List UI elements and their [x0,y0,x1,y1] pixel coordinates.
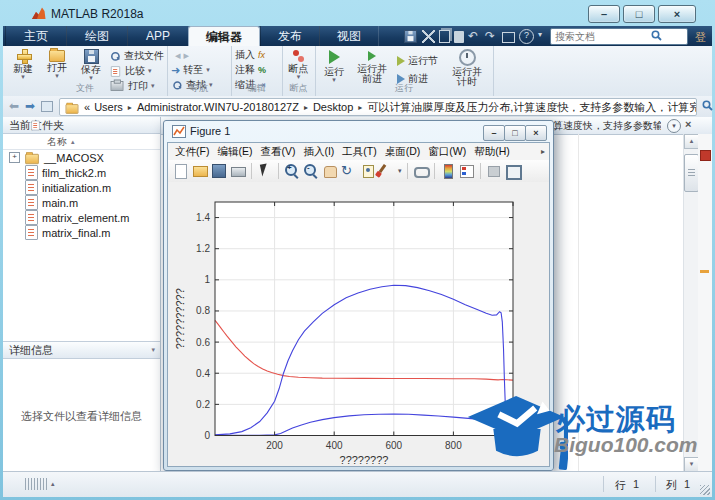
new-window-icon[interactable] [502,32,515,43]
goto-button[interactable]: ➜ 转至▾ [171,63,210,77]
file-row[interactable]: film_thick2.m [3,165,160,180]
new-figure-icon[interactable] [173,163,189,179]
breadcrumb-segment[interactable]: 可以计算油膜厚度及压力分布,计算速度快，支持多参数输入，计算完成后自动画出分布图 [367,100,697,115]
insert-colorbar-icon[interactable] [440,163,456,179]
menu-help[interactable]: 帮助(H) [474,145,510,159]
insert-legend-icon[interactable] [459,163,475,179]
save-icon[interactable] [404,30,417,43]
title-bar[interactable]: MATLAB R2018a – □ × [3,2,712,26]
search-icon[interactable] [651,30,662,41]
tab-publish[interactable]: 发布 [260,26,320,46]
cut-icon[interactable] [422,30,435,43]
open-file-icon[interactable] [192,163,208,179]
figure-minimize-button[interactable]: – [483,125,505,141]
breadcrumb[interactable]: « Users ▸ Administrator.WIN7U-20180127Z … [59,98,697,116]
compare-button[interactable]: 比较▾ [109,64,152,78]
figure-close-button[interactable]: × [525,125,547,141]
save-button[interactable]: 保存▾ [75,48,107,81]
tab-close-icon[interactable]: × [685,118,691,130]
show-plot-tools-icon[interactable] [505,163,521,179]
copy-icon[interactable] [439,30,450,43]
menu-desktop[interactable]: 桌面(D) [385,145,421,159]
undo-icon[interactable]: ↶ [468,30,481,43]
brush-icon[interactable] [379,163,395,179]
file-row[interactable]: matrix_element.m [3,210,160,225]
comment-button[interactable]: 注释 % [235,63,266,77]
forward-icon[interactable]: ➡ [25,99,35,113]
tab-plots[interactable]: 绘图 [66,26,128,46]
tab-view[interactable]: 视图 [319,26,379,46]
scrollbar-thumb[interactable] [684,154,699,192]
qat-dropdown-icon[interactable]: ▾ [538,30,546,43]
run-section-button[interactable]: 运行节 [397,54,438,68]
forward-icon[interactable]: ▸ [184,49,190,62]
tab-editor[interactable]: 编辑器 [188,26,260,47]
menu-tools[interactable]: 工具(T) [342,145,376,159]
breadcrumb-segment[interactable]: Desktop [313,101,353,113]
insert-button[interactable]: 插入 fx [235,48,265,62]
brush-caret-icon[interactable]: ▾ [398,167,402,175]
matlab-logo-icon [31,6,47,22]
details-header[interactable]: 详细信息 ▾ [3,341,160,359]
breadcrumb-segment[interactable]: Administrator.WIN7U-20180127Z [137,101,299,113]
run-advance-button[interactable]: 运行并前进 [352,48,392,84]
error-indicator[interactable] [700,150,711,161]
hide-plot-tools-icon[interactable] [486,163,502,179]
tab-home[interactable]: 主页 [5,26,67,46]
menu-file[interactable]: 文件(F) [175,145,209,159]
rotate-3d-icon[interactable]: ↻ [341,163,357,179]
pan-hand-icon[interactable] [322,163,338,179]
open-button[interactable]: 打开▾ [41,48,73,79]
collapse-icon[interactable]: ▾ [151,342,155,358]
find-files-button[interactable]: 查找文件 [109,49,164,63]
resize-grip-icon[interactable] [700,485,710,495]
editor-scrollbar[interactable]: ▴ ▾ [683,134,698,472]
folder-search-icon[interactable] [702,100,713,111]
print-figure-icon[interactable] [230,163,246,179]
menu-view[interactable]: 查看(V) [260,145,295,159]
address-dropdown-icon[interactable]: ▾ [691,102,695,111]
warning-marker[interactable] [700,270,709,273]
save-figure-icon[interactable] [211,163,227,179]
zoom-out-icon[interactable]: - [303,163,319,179]
tab-actions-icon[interactable]: ▾ [667,119,681,133]
menu-insert[interactable]: 插入(I) [303,145,334,159]
file-row-folder[interactable]: + __MACOSX [3,150,160,165]
menu-edit[interactable]: 编辑(E) [217,145,252,159]
name-column-header[interactable]: 名称 ▴ [3,134,160,150]
breakpoints-button[interactable]: 断点▾ [282,48,315,80]
close-button[interactable]: × [658,5,696,23]
file-row[interactable]: initialization.m [3,180,160,195]
figure-restore-button[interactable]: □ [504,125,526,141]
menu-window[interactable]: 窗口(W) [428,145,466,159]
redo-icon[interactable]: ↷ [485,30,498,43]
statusbar-grip-icon[interactable] [25,478,47,490]
zoom-in-icon[interactable]: + [284,163,300,179]
search-input[interactable] [550,28,688,45]
menu-pin-icon[interactable]: ▸ [541,147,545,156]
expand-icon[interactable]: + [9,152,20,163]
minimize-button[interactable]: – [588,5,620,23]
back-forward-buttons[interactable]: ◂ ▸ [175,48,189,62]
run-button[interactable]: 运行▾ [318,48,350,83]
back-icon[interactable]: ⬅ [9,99,19,113]
figure-title-bar[interactable]: Figure 1 – □ × [164,121,553,142]
file-row[interactable]: main.m [3,195,160,210]
tab-apps[interactable]: APP [127,26,189,46]
paste-icon[interactable] [454,31,464,43]
grip-caret-icon[interactable]: ▴ [51,480,55,488]
help-icon[interactable]: ? [519,29,534,44]
maximize-button[interactable]: □ [623,5,655,23]
file-row[interactable]: matrix_final.m [3,225,160,240]
new-script-button[interactable]: 新建▾ [7,48,39,80]
browse-folder-icon[interactable] [41,101,53,112]
back-icon[interactable]: ◂ [175,49,181,62]
editor-document-tab[interactable]: 算速度快，支持多参数输入，计... [553,119,661,133]
data-cursor-icon[interactable] [360,163,376,179]
breadcrumb-segment[interactable]: Users [94,101,123,113]
scroll-up-icon[interactable]: ▴ [684,134,699,149]
link-plots-icon[interactable] [413,163,429,179]
pointer-icon[interactable] [257,163,273,179]
current-folder-header[interactable]: 当前文件夹 [3,117,160,134]
scroll-down-icon[interactable]: ▾ [684,457,699,472]
